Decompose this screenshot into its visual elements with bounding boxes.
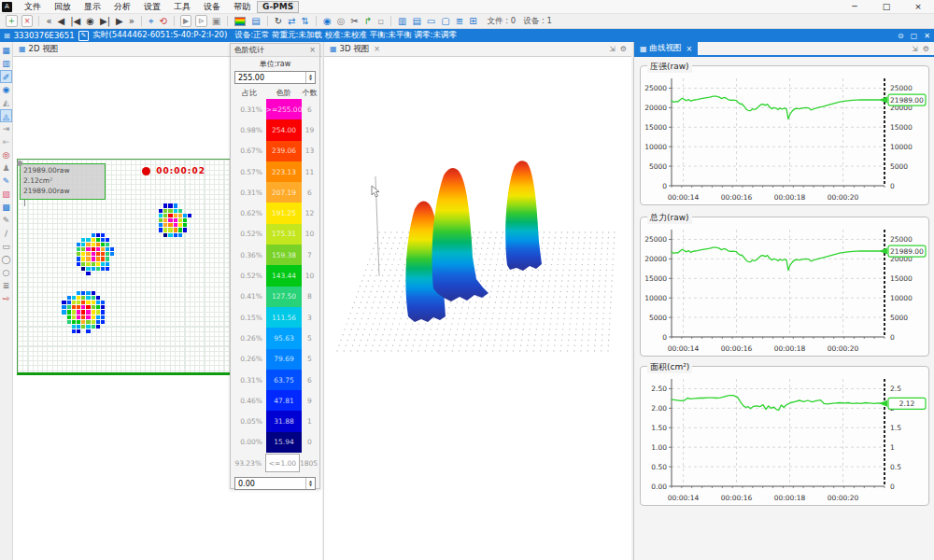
pin-icon[interactable]: ⌖ xyxy=(146,15,157,28)
pen-icon[interactable]: ✎ xyxy=(0,175,12,188)
menu-item-8[interactable]: 帮助 xyxy=(227,1,257,13)
target-icon[interactable]: ◉ xyxy=(320,15,334,28)
tooltip-handle[interactable] xyxy=(17,161,22,166)
frame-icon[interactable]: ▭ xyxy=(424,15,438,28)
menu-item-7[interactable]: 设备 xyxy=(197,1,227,13)
view-grid-icon[interactable]: ▥ xyxy=(0,57,12,70)
video-icon[interactable]: ▶ xyxy=(180,15,191,27)
lamp-on-icon[interactable]: ◬ xyxy=(0,109,12,122)
heat-cell xyxy=(92,291,95,295)
tab-curve-view[interactable]: ▦ 曲线视图 × xyxy=(634,41,698,56)
color-scale-row: 0.98%254.0019 xyxy=(231,119,319,140)
grid-layout-icon[interactable]: ⊞ xyxy=(466,15,479,28)
close-icon[interactable]: × xyxy=(309,46,316,54)
selection-stats-tooltip[interactable]: 21989.00raw 2.12cm² 21989.00raw xyxy=(20,163,106,200)
step-back-icon[interactable]: ◀ xyxy=(55,15,68,28)
avg-in-icon[interactable]: ⇥ xyxy=(0,122,12,135)
area-curve[interactable]: 00:00:1400:00:1600:00:1800:00:200.0000.5… xyxy=(642,370,927,506)
skip-start-icon[interactable]: |◀ xyxy=(67,15,83,28)
close-view-icon[interactable]: × xyxy=(21,15,34,27)
pressure-surface-3d[interactable] xyxy=(324,57,632,559)
monitor-icon[interactable]: ▢ xyxy=(438,15,452,28)
force-curve[interactable]: 00:00:1400:00:1600:00:1800:00:2000500050… xyxy=(642,220,927,357)
list-icon[interactable]: ≣ xyxy=(453,15,466,28)
edit-icon[interactable]: ✎ xyxy=(78,31,90,41)
toolbar-separator xyxy=(174,16,175,26)
min-level-input[interactable] xyxy=(235,478,315,489)
gear-icon[interactable]: ⚙ xyxy=(620,45,627,53)
record-icon[interactable]: ◉ xyxy=(83,15,97,28)
heat-cell xyxy=(86,257,90,260)
export-icon[interactable]: ↱ xyxy=(361,15,375,28)
cut-icon[interactable]: ✂ xyxy=(347,15,361,28)
spinner-icon[interactable]: ▲▼ xyxy=(305,478,315,489)
polyline-icon[interactable]: ∕ xyxy=(0,227,12,240)
menu-item-5[interactable]: 设置 xyxy=(137,1,167,13)
play-icon[interactable]: ▶ xyxy=(113,15,126,28)
close-icon[interactable]: × xyxy=(374,45,380,53)
color-scale-header[interactable]: 色阶统计 × xyxy=(231,44,319,57)
clipboard-icon[interactable]: ▤ xyxy=(248,15,262,28)
add-view-icon[interactable]: + xyxy=(6,15,18,27)
spinner-icon[interactable]: ▲▼ xyxy=(305,72,315,83)
max-level-input-wrap: ▲▼ xyxy=(234,71,316,84)
lamp-off-icon[interactable]: ◭ xyxy=(0,96,12,109)
swap-horizontal-icon[interactable]: ⇄ xyxy=(285,15,298,28)
view-window-icon[interactable]: ▦ xyxy=(0,44,12,57)
gear-icon[interactable]: ⚙ xyxy=(923,45,929,53)
svg-text:5000: 5000 xyxy=(890,162,908,171)
expand-icon[interactable]: ⇲ xyxy=(609,45,616,53)
rewind-icon[interactable]: « xyxy=(43,15,54,28)
export-frame-icon[interactable]: ⇨ xyxy=(0,292,12,305)
record-target-icon[interactable]: ◎ xyxy=(0,148,12,161)
maximize-icon[interactable]: □ xyxy=(870,2,902,11)
circle-select-icon[interactable]: ○ xyxy=(0,266,12,279)
video-save-icon[interactable]: ▣ xyxy=(209,15,223,28)
expand-icon[interactable]: ⇲ xyxy=(912,45,918,53)
menu-item-6[interactable]: 工具 xyxy=(167,1,197,13)
pressure-curve[interactable]: 00:00:1400:00:1600:00:1800:00:2000500050… xyxy=(642,69,927,205)
menu-item-2[interactable]: 回放 xyxy=(48,1,78,13)
avg-out-icon[interactable]: ⇤ xyxy=(0,135,12,148)
brush-icon[interactable]: ✐ xyxy=(0,70,12,83)
menu-item-3[interactable]: 显示 xyxy=(78,1,107,13)
target-icon[interactable]: ◉ xyxy=(0,83,12,96)
stamp-icon[interactable]: ♟ xyxy=(0,161,12,175)
heat-cell xyxy=(67,320,71,324)
tab-2d-view[interactable]: ▦ 2D 视图 xyxy=(13,42,64,57)
gradient-icon[interactable]: ▧ xyxy=(0,188,12,201)
tab-3d-view[interactable]: ▦ 3D 视图 × xyxy=(324,42,386,57)
pencil-icon[interactable]: ✎ xyxy=(0,214,12,227)
target-off-icon[interactable]: ◎ xyxy=(334,15,348,28)
colormap-icon[interactable] xyxy=(234,17,246,26)
max-level-input[interactable] xyxy=(235,72,315,83)
fast-forward-icon[interactable]: » xyxy=(126,15,137,28)
svg-text:20000: 20000 xyxy=(644,104,667,112)
rect-select-icon[interactable]: ▭ xyxy=(0,240,12,253)
layout-2col-icon[interactable]: ▥ xyxy=(395,15,409,28)
heat-cell xyxy=(77,329,80,333)
menu-item-4[interactable]: 分析 xyxy=(107,1,137,13)
info-icon[interactable]: ⊙ xyxy=(898,32,904,40)
close-icon[interactable]: × xyxy=(902,2,934,11)
close-icon[interactable]: × xyxy=(686,45,693,53)
crop-icon[interactable]: ▫ xyxy=(375,15,387,28)
palette-icon[interactable]: ▩ xyxy=(0,201,12,214)
minimize-icon[interactable]: ─ xyxy=(839,2,870,11)
ellipse-select-icon[interactable]: ◯ xyxy=(0,253,12,266)
heat-cell xyxy=(183,218,187,222)
loop-icon[interactable]: ⟲ xyxy=(157,15,170,28)
platform-icon[interactable]: ≣ xyxy=(0,279,12,292)
skip-end-icon[interactable]: ▶| xyxy=(97,15,113,28)
video-export-icon[interactable]: ⊳ xyxy=(195,15,207,27)
pressure-heatmap-2d[interactable]: 21989.00raw 2.12cm² 21989.00raw 00:00:02 xyxy=(17,159,233,375)
refresh-icon[interactable]: ↻ xyxy=(272,15,285,28)
menu-item-9[interactable]: G-PMS xyxy=(257,1,299,13)
layout-3col-icon[interactable]: ▤ xyxy=(409,15,423,28)
swap-vertical-icon[interactable]: ⇅ xyxy=(299,15,312,28)
float-icon[interactable]: ▢ xyxy=(911,32,918,40)
heat-cell xyxy=(96,315,100,319)
menu-item-1[interactable]: 文件 xyxy=(18,1,48,13)
close-icon[interactable]: ✕ xyxy=(924,32,930,40)
heat-cell xyxy=(178,223,182,227)
